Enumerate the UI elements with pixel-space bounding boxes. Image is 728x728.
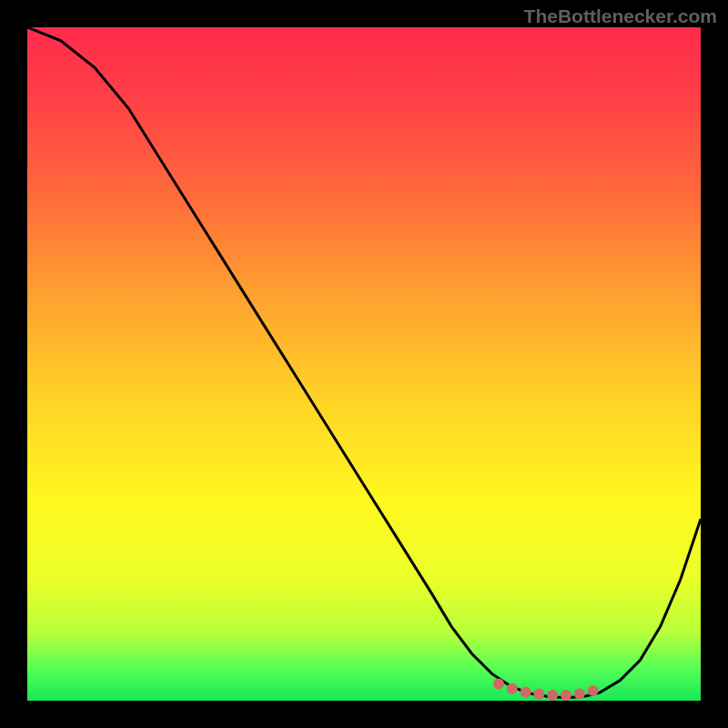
svg-point-0	[493, 679, 504, 690]
chart-background	[27, 27, 701, 701]
svg-point-2	[521, 686, 531, 697]
bottleneck-chart	[27, 27, 701, 701]
svg-point-5	[561, 690, 571, 701]
svg-point-1	[507, 683, 518, 694]
svg-point-7	[588, 685, 599, 696]
svg-point-4	[547, 690, 558, 701]
svg-point-3	[533, 689, 544, 700]
watermark-text: TheBottlenecker.com	[524, 5, 717, 27]
svg-point-6	[574, 689, 585, 700]
